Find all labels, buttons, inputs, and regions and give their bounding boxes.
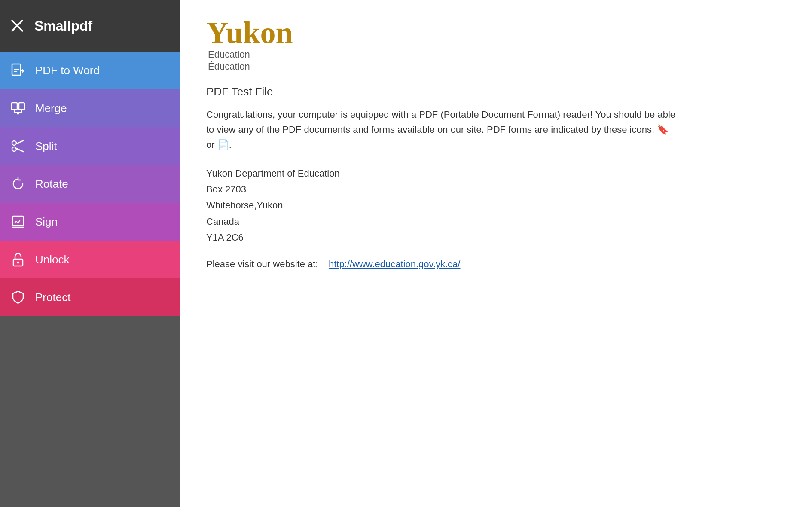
sidebar-item-unlock[interactable]: Unlock xyxy=(0,241,180,278)
pdf-body-or: or xyxy=(206,139,215,150)
sidebar-item-merge[interactable]: Merge xyxy=(0,89,180,127)
unlock-label: Unlock xyxy=(35,253,69,266)
address-line3: Whitehorse,Yukon xyxy=(206,197,786,213)
app-title: Smallpdf xyxy=(34,18,92,34)
pdf-body-text: Congratulations, your computer is equipp… xyxy=(206,109,675,135)
rotate-label: Rotate xyxy=(35,177,68,191)
merge-icon xyxy=(10,101,26,116)
scissors-icon xyxy=(10,138,26,154)
sidebar-item-split[interactable]: Split xyxy=(0,127,180,165)
pdf-icon-placeholder2: 📄 xyxy=(217,139,229,150)
svg-rect-17 xyxy=(12,216,24,226)
address-line2: Box 2703 xyxy=(206,181,786,197)
pdf-logo: Yukon Education Éducation xyxy=(206,17,786,72)
sign-label: Sign xyxy=(35,215,58,229)
rotate-icon xyxy=(10,176,26,192)
address-line5: Y1A 2C6 xyxy=(206,229,786,245)
address-line4: Canada xyxy=(206,214,786,229)
sidebar-item-sign[interactable]: Sign xyxy=(0,203,180,241)
yukon-name: Yukon xyxy=(206,17,786,48)
address-line1: Yukon Department of Education xyxy=(206,165,786,181)
svg-point-13 xyxy=(12,141,16,145)
yukon-subtitle-fr: Éducation xyxy=(206,61,786,72)
svg-rect-6 xyxy=(12,103,17,110)
shield-icon xyxy=(10,290,26,305)
svg-line-16 xyxy=(16,148,24,152)
document-convert-icon xyxy=(10,63,26,78)
pdf-to-word-label: PDF to Word xyxy=(35,64,100,77)
svg-rect-7 xyxy=(19,103,24,110)
yukon-logo: Yukon Education Éducation xyxy=(206,17,786,72)
pdf-icon-placeholder: 🔖 xyxy=(657,124,669,135)
sidebar-bottom xyxy=(0,316,180,507)
svg-marker-12 xyxy=(17,113,19,115)
sidebar-item-rotate[interactable]: Rotate xyxy=(0,165,180,203)
sidebar-item-pdf-to-word[interactable]: PDF to Word xyxy=(0,52,180,89)
yukon-subtitle-en: Education xyxy=(206,49,786,60)
svg-point-14 xyxy=(12,147,16,151)
pdf-address: Yukon Department of Education Box 2703 W… xyxy=(206,165,786,246)
unlock-icon xyxy=(10,252,26,267)
website-link[interactable]: http://www.education.gov.yk.ca/ xyxy=(329,259,461,269)
pdf-viewer-area: Yukon Education Éducation PDF Test File … xyxy=(180,0,812,507)
sidebar: Smallpdf PDF to Word xyxy=(0,0,180,507)
sidebar-item-protect[interactable]: Protect xyxy=(0,278,180,316)
sidebar-header: Smallpdf xyxy=(0,0,180,52)
pdf-title: PDF Test File xyxy=(206,85,786,98)
pdf-website: Please visit our website at: http://www.… xyxy=(206,259,786,270)
pdf-body: Congratulations, your computer is equipp… xyxy=(206,107,679,153)
split-label: Split xyxy=(35,140,57,153)
close-button[interactable] xyxy=(9,17,26,34)
protect-label: Protect xyxy=(35,291,70,304)
pdf-content: Yukon Education Éducation PDF Test File … xyxy=(180,0,812,507)
sign-icon xyxy=(10,214,26,229)
merge-label: Merge xyxy=(35,102,67,115)
svg-line-15 xyxy=(16,140,24,144)
svg-point-20 xyxy=(17,262,19,264)
website-prefix: Please visit our website at: xyxy=(206,259,318,269)
